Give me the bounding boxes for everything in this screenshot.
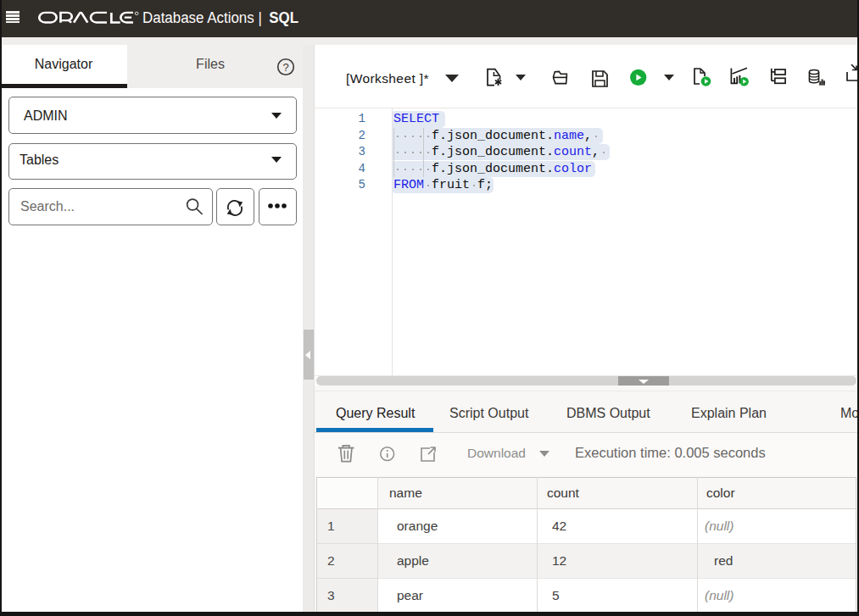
svg-text:?: ? <box>282 61 288 74</box>
